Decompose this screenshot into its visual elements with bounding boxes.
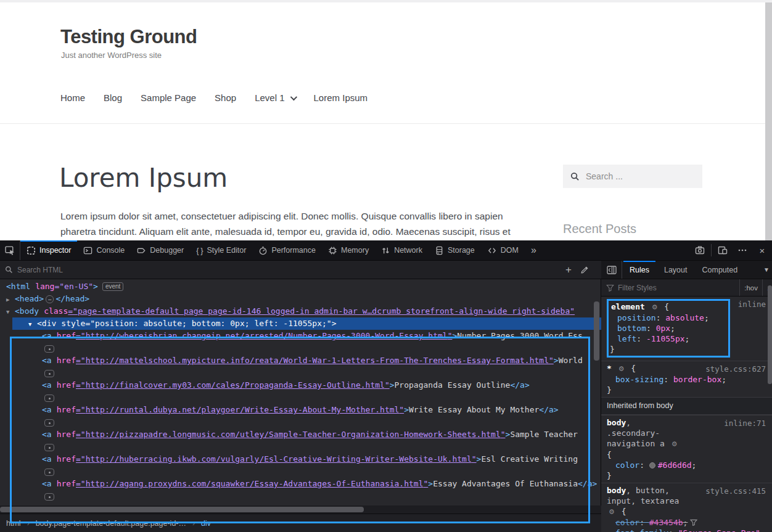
href-value[interactable]: http://whereisbrian.changeip.net/arreste… [76,331,452,340]
collapsed-marker-badge[interactable] [44,444,54,451]
nav-shop[interactable]: Shop [215,92,236,103]
more-tabs-icon: » [531,245,536,255]
node-body[interactable]: bodyclasspage-template-default page page… [0,305,601,317]
rule-source[interactable]: style.css:415 [705,486,766,496]
href-value[interactable]: http://huberracing.ikwb.com/vulgarly/Esl… [76,454,477,464]
collapsed-marker-badge[interactable] [44,419,54,427]
collapsed-marker-badge[interactable] [44,345,54,353]
css-property[interactable]: bottom0px [609,323,725,334]
filter-styles-input[interactable] [618,284,736,292]
node-link[interactable]: ahrefhttp://pizzapadre.longmusic.com/utl… [0,428,601,441]
collapsed-marker-badge[interactable] [44,469,54,476]
nav-sample-page[interactable]: Sample Page [141,92,196,103]
rule-source[interactable]: style.css:627 [705,364,766,374]
href-value[interactable]: http://pizzapadre.longmusic.com/utley/Sa… [76,430,506,439]
css-property[interactable]: left-11055px [609,334,725,344]
rule-selector-match[interactable]: body [607,418,626,427]
event-badge[interactable]: event [102,282,123,291]
rule-source[interactable]: inline [738,299,766,309]
add-node-icon[interactable]: + [565,264,572,275]
more-tabs-button[interactable]: » [525,240,543,260]
open-brace [607,450,612,459]
node-link[interactable]: ahrefhttp://runtal.dubya.net/playgoer/Wr… [0,404,601,416]
tab-style-editor[interactable]: { } Style Editor [190,240,252,260]
collapsed-marker-badge[interactable] [44,370,54,377]
tab-network[interactable]: Network [375,240,429,260]
node-link[interactable]: ahrefhttp://agang.proxydns.com/squawker/… [0,478,601,490]
gear-icon[interactable]: ⚙ [652,303,658,311]
css-property[interactable]: color#6d6d6d [607,460,767,470]
color-swatch[interactable] [649,462,655,469]
node-link[interactable]: ahrefhttp://finalcover.my03.com/cales/Pr… [0,379,601,391]
href-value[interactable]: http://agang.proxydns.com/squawker/Essay… [76,479,428,488]
search-html-input[interactable] [17,266,561,274]
rule-selector[interactable]: element [611,302,645,311]
site-search-input[interactable] [586,171,684,181]
tab-computed[interactable]: Computed [695,261,745,279]
nav-level1[interactable]: Level 1 [255,92,295,103]
collapsed-content-badge[interactable] [46,295,54,303]
screenshot-button[interactable] [690,240,710,260]
node-link[interactable]: ahrefhttp://whereisbrian.changeip.net/ar… [0,330,601,342]
css-property-overridden[interactable]: color#43454b [607,517,767,528]
nav-lorem-ipsum[interactable]: Lorem Ipsum [314,92,368,103]
breadcrumb-body[interactable]: body.page-template-default.page.page-id-… [36,519,186,528]
node-link[interactable]: ahrefhttp://huberracing.ikwb.com/vulgarl… [0,453,601,465]
tab-memory[interactable]: Memory [322,240,375,260]
eyedropper-icon[interactable] [580,266,589,274]
collapse-arrow-icon[interactable] [6,306,15,317]
tab-console[interactable]: Console [77,240,131,260]
nav-blog[interactable]: Blog [104,92,122,103]
tab-inspector[interactable]: Inspector [20,240,77,260]
markup-horizontal-scrollbar[interactable] [0,505,601,514]
node-html[interactable]: htmllangen-USevent [0,280,601,293]
scrollbar-thumb[interactable] [0,507,364,512]
node-div-selected[interactable]: divstyleposition: absolute; bottom: 0px;… [12,317,601,330]
font-name[interactable]: Source Sans Pro [678,528,760,532]
collapse-arrow-icon[interactable] [28,318,37,330]
pseudo-class-button[interactable]: :hov [739,279,762,296]
rule-source[interactable]: inline:71 [724,418,766,428]
attr-lang: lang [35,282,54,291]
site-search-box[interactable] [563,165,702,188]
rule-element: inline element ⚙ positionabsolute bottom… [601,297,772,361]
rule-selector-match[interactable]: body [607,486,626,495]
chevron-down-icon[interactable]: ▼ [763,261,772,279]
browser-scrollbar[interactable] [765,2,772,240]
tab-performance[interactable]: Performance [252,240,322,260]
sidebar-toggle-button[interactable] [601,261,622,279]
devtools-menu-button[interactable] [733,240,752,260]
tab-layout[interactable]: Layout [657,261,695,279]
tab-console-label: Console [96,246,125,255]
rule-selector[interactable]: * [607,364,612,373]
breadcrumb-html[interactable]: html [6,519,21,528]
nav-home[interactable]: Home [60,92,85,103]
expand-arrow-icon[interactable] [6,293,15,305]
css-property[interactable]: font-familySource Sans ProHelveticaNeue-… [607,528,767,532]
tab-storage[interactable]: Storage [429,240,481,260]
node-picker-button[interactable] [0,240,20,260]
overridden-filter-icon[interactable] [690,519,697,526]
href-value[interactable]: http://mattelschool.mypicture.info/reata… [76,356,554,365]
gear-icon[interactable]: ⚙ [609,508,615,516]
gear-icon[interactable]: ⚙ [618,365,625,373]
tab-debugger[interactable]: Debugger [131,240,190,260]
rules-vertical-scrollbar[interactable] [768,285,772,384]
node-head[interactable]: headhead [0,293,601,305]
responsive-design-button[interactable] [713,240,733,260]
tab-rules[interactable]: Rules [622,261,657,279]
gear-icon[interactable]: ⚙ [671,440,678,448]
tab-dom[interactable]: DOM [481,240,525,260]
href-value[interactable]: http://finalcover.my03.com/cales/Propaga… [76,380,390,390]
markup-vertical-scrollbar[interactable] [594,301,599,361]
site-title[interactable]: Testing Ground [60,26,197,48]
node-link[interactable]: ahrefhttp://mattelschool.mypicture.info/… [0,354,601,367]
css-property[interactable]: box-sizingborder-box [607,374,767,385]
css-property[interactable]: positionabsolute [609,313,725,323]
close-devtools-button[interactable]: × [752,240,772,260]
collapsed-marker-badge[interactable] [44,395,54,402]
breadcrumb-div[interactable]: div [201,519,211,528]
filter-styles-bar: :hov .cls [601,279,772,297]
collapsed-marker-badge[interactable] [44,493,54,501]
href-value[interactable]: http://runtal.dubya.net/playgoer/Write-E… [76,405,404,414]
